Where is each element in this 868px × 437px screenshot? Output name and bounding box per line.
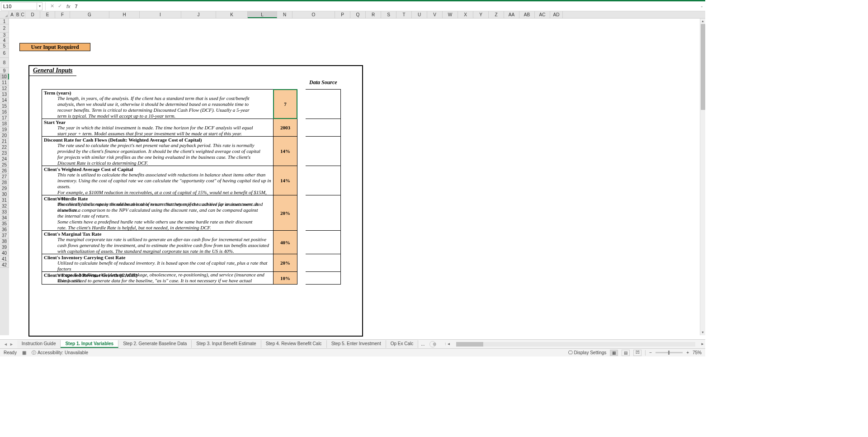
column-header-U[interactable]: U — [412, 11, 427, 18]
row-header-17[interactable]: 17 — [0, 115, 9, 121]
column-header-O[interactable]: O — [292, 11, 335, 18]
hscroll-thumb[interactable] — [456, 342, 483, 347]
hscroll-left[interactable]: ◄ — [446, 342, 452, 346]
input-value-cell[interactable]: 20% — [273, 195, 297, 231]
formula-input[interactable] — [73, 4, 699, 9]
input-value-cell[interactable]: 20% — [273, 254, 297, 272]
sheet-tab[interactable]: Step 4. Review Benefit Calc — [261, 340, 327, 348]
column-header-J[interactable]: J — [181, 11, 216, 18]
column-header-AA[interactable]: AA — [504, 11, 519, 18]
spreadsheet-grid[interactable]: User Input Required General Inputs Data … — [9, 19, 705, 335]
horizontal-scrollbar[interactable]: ⁞ ◄ ► — [445, 342, 705, 347]
scroll-up-button[interactable]: ▲ — [700, 19, 705, 24]
data-source-cell[interactable] — [306, 89, 341, 119]
view-page-break[interactable]: 凹 — [633, 350, 642, 356]
zoom-slider[interactable] — [656, 352, 683, 353]
sheet-tab[interactable]: Step 5. Enter Investment — [327, 340, 386, 348]
column-header-D[interactable]: D — [25, 11, 40, 18]
row-header-29[interactable]: 29 — [0, 185, 9, 191]
input-value-cell[interactable]: 10% — [273, 272, 297, 285]
scroll-down-button[interactable]: ▼ — [700, 330, 705, 335]
column-header-Q[interactable]: Q — [350, 11, 366, 18]
row-header-42[interactable]: 42 — [0, 262, 9, 268]
sheet-tab[interactable]: Step 1. Input Variables — [61, 340, 118, 348]
column-header-Y[interactable]: Y — [473, 11, 489, 18]
column-header-A[interactable]: A — [9, 11, 15, 18]
row-header-8[interactable]: 8 — [0, 58, 9, 68]
row-header-36[interactable]: 36 — [0, 227, 9, 233]
display-settings[interactable]: 🖵Display Settings — [568, 350, 607, 355]
row-header-19[interactable]: 19 — [0, 127, 9, 133]
column-header-AC[interactable]: AC — [535, 11, 550, 18]
column-header-V[interactable]: V — [427, 11, 443, 18]
row-header-14[interactable]: 14 — [0, 97, 9, 103]
vertical-scrollbar[interactable]: ▲ ▼ — [700, 19, 705, 335]
row-header-2[interactable]: 2 — [0, 24, 9, 33]
zoom-in[interactable]: + — [686, 350, 689, 355]
row-header-3[interactable]: 3 — [0, 33, 9, 38]
sheet-tab[interactable]: Step 2. Generate Baseline Data — [118, 340, 192, 348]
row-header-6[interactable]: 6 — [0, 49, 9, 58]
zoom-level[interactable]: 75% — [693, 350, 702, 355]
data-source-cell[interactable] — [306, 272, 341, 285]
column-header-G[interactable]: G — [70, 11, 109, 18]
row-header-4[interactable]: 4 — [0, 38, 9, 43]
sheet-tab[interactable]: Step 3. Input Benefit Estimate — [192, 340, 261, 348]
column-header-C[interactable]: C — [20, 11, 25, 18]
row-header-23[interactable]: 23 — [0, 150, 9, 156]
row-header-22[interactable]: 22 — [0, 144, 9, 150]
column-header-F[interactable]: F — [55, 11, 70, 18]
view-page-layout[interactable]: ▤ — [622, 350, 630, 356]
column-header-K[interactable]: K — [216, 11, 248, 18]
column-header-B[interactable]: B — [15, 11, 20, 18]
column-header-Z[interactable]: Z — [489, 11, 504, 18]
formula-bar-expand[interactable]: ⌄ — [699, 4, 704, 8]
row-header-10[interactable]: 10 — [0, 74, 9, 80]
row-header-21[interactable]: 21 — [0, 138, 9, 144]
data-source-cell[interactable] — [306, 254, 341, 272]
accessibility-status[interactable]: ⓘAccessibility: Unavailable — [32, 350, 88, 356]
data-source-cell[interactable] — [306, 195, 341, 231]
cancel-icon[interactable]: ✕ — [50, 3, 54, 9]
row-header-24[interactable]: 24 — [0, 156, 9, 162]
sheet-tab[interactable]: Op Ex Calc — [386, 340, 419, 348]
row-header-12[interactable]: 12 — [0, 86, 9, 91]
scroll-thumb[interactable] — [701, 24, 705, 110]
row-header-27[interactable]: 27 — [0, 174, 9, 180]
column-header-L[interactable]: L — [248, 11, 277, 18]
zoom-out[interactable]: − — [649, 350, 652, 355]
select-all-button[interactable] — [0, 11, 9, 18]
row-header-35[interactable]: 35 — [0, 221, 9, 227]
row-header-20[interactable]: 20 — [0, 133, 9, 138]
row-header-28[interactable]: 28 — [0, 180, 9, 185]
data-source-cell[interactable] — [306, 166, 341, 195]
name-box[interactable] — [1, 2, 37, 10]
row-header-25[interactable]: 25 — [0, 162, 9, 168]
tab-nav-first[interactable]: ◄ — [4, 342, 8, 347]
column-header-P[interactable]: P — [335, 11, 350, 18]
column-header-R[interactable]: R — [366, 11, 381, 18]
row-header-37[interactable]: 37 — [0, 233, 9, 238]
fx-label[interactable]: fx — [66, 4, 71, 9]
name-box-dropdown[interactable]: ▾ — [37, 2, 42, 10]
data-source-cell[interactable] — [306, 231, 341, 254]
data-source-cell[interactable] — [306, 119, 341, 137]
data-source-cell[interactable] — [306, 137, 341, 166]
input-value-cell[interactable]: 40% — [273, 231, 297, 254]
row-header-1[interactable]: 1 — [0, 19, 9, 24]
row-header-34[interactable]: 34 — [0, 215, 9, 221]
row-header-16[interactable]: 16 — [0, 109, 9, 115]
row-header-40[interactable]: 40 — [0, 250, 9, 256]
column-header-AB[interactable]: AB — [519, 11, 535, 18]
column-header-W[interactable]: W — [443, 11, 458, 18]
input-value-cell[interactable]: 2003 — [273, 119, 297, 137]
column-header-S[interactable]: S — [381, 11, 396, 18]
input-value-cell[interactable]: 7 — [273, 89, 297, 119]
row-header-38[interactable]: 38 — [0, 238, 9, 244]
enter-icon[interactable]: ✓ — [58, 3, 62, 9]
column-header-I[interactable]: I — [140, 11, 181, 18]
row-header-26[interactable]: 26 — [0, 168, 9, 174]
tab-more[interactable]: ... — [418, 341, 427, 347]
tab-nav-next[interactable]: ► — [9, 342, 14, 347]
sheet-tab[interactable]: Instruction Guide — [17, 340, 61, 348]
